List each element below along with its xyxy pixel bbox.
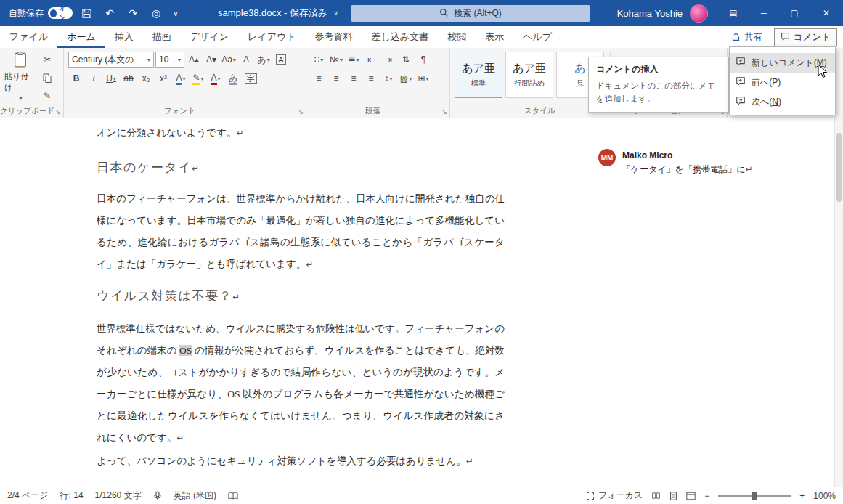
web-layout-icon[interactable] [686, 492, 696, 500]
paragraph-group-label: 段落 [306, 106, 439, 116]
tab-help[interactable]: ヘルプ [513, 26, 561, 48]
sort-icon[interactable]: ⇅ [398, 52, 414, 68]
borders-icon[interactable]: ⊞▾ [415, 70, 431, 86]
shading-icon[interactable]: ▨▾ [398, 70, 414, 86]
pilcrow-mark: ↵ [745, 164, 752, 174]
zoom-in-icon[interactable]: + [799, 491, 805, 501]
customize-toolbar-chevron-icon[interactable]: ∨ [170, 3, 182, 23]
dictation-icon[interactable] [153, 491, 162, 501]
menu-item-new-comment[interactable]: 新しいコメント(M) [730, 53, 835, 73]
search-input[interactable]: 検索 (Alt+Q) [351, 5, 590, 22]
document-title[interactable]: sample38.docx - 保存済み ∨ [218, 0, 338, 26]
format-painter-icon[interactable]: ✎ [39, 88, 55, 104]
tab-references[interactable]: 参考資料 [306, 26, 362, 48]
justify-icon[interactable]: ≡ [363, 70, 379, 86]
increase-indent-icon[interactable]: ⇥ [380, 52, 396, 68]
comments-button[interactable]: コメント [774, 28, 837, 46]
proofing-icon[interactable] [228, 492, 238, 500]
line-spacing-icon[interactable]: ↕▾ [380, 70, 396, 86]
paste-button[interactable]: 貼り付け ▾ [4, 52, 36, 101]
document-title-text: sample38.docx - 保存済み [218, 7, 327, 20]
scrollbar-thumb[interactable] [836, 133, 842, 202]
tab-mailings[interactable]: 差し込み文書 [362, 26, 439, 48]
numbering-icon[interactable]: №▾ [328, 52, 344, 68]
clear-formatting-icon[interactable]: A [238, 52, 254, 68]
superscript-icon[interactable]: x² [155, 70, 171, 86]
tab-draw[interactable]: 描画 [143, 26, 181, 48]
tab-layout[interactable]: レイアウト [238, 26, 306, 48]
tab-review[interactable]: 校閲 [438, 26, 476, 48]
style-card-normal[interactable]: あア亜 標準 [455, 52, 502, 98]
phonetic-guide-icon[interactable]: あ▾ [256, 52, 272, 68]
page-indicator[interactable]: 2/4 ページ [7, 489, 49, 502]
align-center-icon[interactable]: ≡ [328, 70, 344, 86]
formatting-marks-icon[interactable]: ¶ [415, 52, 431, 68]
change-case-icon[interactable]: Aa▾ [221, 52, 237, 68]
tab-view[interactable]: 表示 [476, 26, 513, 48]
tab-insert[interactable]: 挿入 [105, 26, 143, 48]
minimize-icon[interactable]: ─ [749, 0, 779, 26]
text-effects-icon[interactable]: A▾ [173, 70, 189, 86]
menu-item-next-comment[interactable]: 次へ(N) [730, 92, 835, 112]
style-name: 行間詰め [514, 78, 545, 89]
focus-mode-button[interactable]: フォーカス [586, 489, 643, 502]
read-mode-icon[interactable] [651, 492, 661, 500]
autosave-toggle[interactable]: オン [48, 7, 73, 19]
comment-icon [781, 32, 790, 44]
language-indicator[interactable]: 英語 (米国) [174, 489, 216, 502]
user-avatar[interactable] [690, 4, 708, 23]
copy-icon[interactable] [39, 70, 55, 86]
italic-icon[interactable]: I [86, 70, 102, 86]
paragraph-dialog-launcher-icon[interactable]: ↘ [441, 108, 447, 115]
maximize-icon[interactable]: ▢ [779, 0, 810, 26]
menu-item-previous-comment[interactable]: 前へ(P) [730, 73, 835, 92]
underline-icon[interactable]: U▾ [103, 70, 119, 86]
zoom-level[interactable]: 100% [813, 491, 836, 501]
zoom-out-icon[interactable]: − [704, 491, 709, 501]
line-indicator[interactable]: 行: 14 [60, 489, 84, 502]
tab-home[interactable]: ホーム [57, 26, 105, 48]
save-icon[interactable] [77, 3, 96, 23]
decrease-indent-icon[interactable]: ⇤ [363, 52, 379, 68]
character-shading-icon[interactable]: あ [225, 70, 241, 86]
subscript-icon[interactable]: x₂ [138, 70, 154, 86]
tab-design[interactable]: デザイン [181, 26, 238, 48]
enclose-characters-icon[interactable]: 字 [243, 70, 258, 86]
paste-label: 貼り付け [4, 71, 36, 93]
tab-file[interactable]: ファイル [0, 26, 57, 48]
ribbon-display-options-icon[interactable]: ▤ [718, 0, 749, 26]
grow-font-icon[interactable]: A▴ [186, 52, 202, 68]
search-icon [439, 8, 449, 20]
zoom-slider-thumb[interactable] [752, 492, 757, 500]
undo-icon[interactable]: ↶ [100, 3, 119, 23]
word-count[interactable]: 1/1260 文字 [95, 489, 142, 502]
clipboard-dialog-launcher-icon[interactable]: ↘ [55, 108, 61, 115]
user-name: Kohama Yoshie [617, 8, 683, 19]
cut-icon[interactable]: ✂ [39, 52, 55, 68]
document-canvas[interactable]: オンに分類されないようです。↵ 日本のケータイ↵ 日本のフィーチャーフォンは、世… [0, 118, 843, 487]
word-window: 自動保存 オン ↶ ↷ ◎ ∨ sample38.docx - 保存済み ∨ 検… [0, 0, 843, 504]
close-icon[interactable]: ✕ [810, 0, 843, 26]
vertical-scrollbar[interactable] [834, 118, 843, 487]
font-size-combobox[interactable]: 10 ▾ [155, 52, 184, 68]
bold-icon[interactable]: B [68, 70, 84, 86]
align-left-icon[interactable]: ≡ [311, 70, 327, 86]
align-right-icon[interactable]: ≡ [346, 70, 362, 86]
font-color-icon[interactable]: A▾ [208, 70, 224, 86]
touch-mode-icon[interactable]: ◎ [147, 3, 166, 23]
print-layout-icon[interactable] [669, 492, 677, 500]
previous-comment-icon [736, 76, 746, 89]
font-name-combobox[interactable]: Century (本文の ▾ [68, 52, 154, 68]
shrink-font-icon[interactable]: A▾ [203, 52, 219, 68]
share-button[interactable]: 共有 [727, 29, 767, 46]
font-dialog-launcher-icon[interactable]: ↘ [298, 108, 304, 115]
highlight-color-icon[interactable]: ✎▾ [190, 70, 206, 86]
heading-virus: ウイルス対策は不要？↵ [97, 287, 505, 306]
style-card-no-spacing[interactable]: あア亜 行間詰め [505, 52, 553, 98]
multilevel-list-icon[interactable]: ≣▾ [346, 52, 362, 68]
strikethrough-icon[interactable]: ab [121, 70, 137, 86]
redo-icon[interactable]: ↷ [123, 3, 142, 23]
character-border-icon[interactable]: A [273, 52, 289, 68]
zoom-slider[interactable] [718, 495, 791, 497]
bullets-icon[interactable]: ∷▾ [311, 52, 327, 68]
